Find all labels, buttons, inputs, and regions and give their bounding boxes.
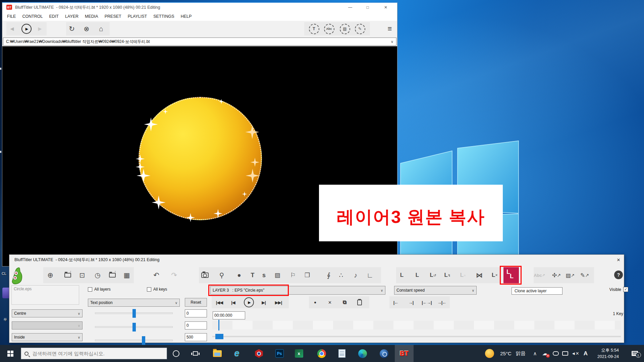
reset-button[interactable]: Reset (185, 298, 207, 307)
time-field[interactable] (213, 311, 245, 319)
prev-key-button[interactable]: |◀ (228, 296, 238, 308)
close-button[interactable]: ✕ (378, 3, 393, 12)
eps-layer-icon[interactable]: ⚐ (286, 267, 300, 283)
media-player-icon[interactable] (377, 345, 391, 362)
home-icon[interactable]: ⌂ (95, 22, 107, 36)
value-x-field[interactable] (185, 309, 207, 317)
slider-y[interactable] (95, 326, 173, 328)
next-key-button[interactable]: ▶| (259, 296, 269, 308)
pen-tool-icon[interactable]: ✎ (354, 22, 366, 36)
scrollbar-thumb[interactable] (215, 334, 223, 339)
abc-tool-icon[interactable]: Abc (323, 22, 335, 36)
open-media-icon[interactable] (106, 267, 119, 283)
layer-delete-icon[interactable]: L✕ (488, 267, 501, 283)
go-start-button[interactable]: |◀◀ (213, 296, 225, 308)
ime-indicator[interactable]: A (582, 345, 590, 362)
menu-edit[interactable]: EDIT (49, 14, 59, 19)
record-key-icon[interactable]: ● (310, 296, 320, 308)
position-mode-select[interactable]: Centre∨ (12, 309, 83, 317)
layer-file-box[interactable]: Circle.eps (11, 285, 79, 305)
desktop-icon-label[interactable]: 푸 (3, 317, 7, 322)
search-input[interactable] (32, 351, 163, 357)
display-icon[interactable] (561, 345, 570, 362)
chrome-icon[interactable] (315, 345, 328, 362)
redo-icon[interactable]: ↷ (167, 267, 181, 283)
cortana-icon[interactable] (169, 345, 183, 362)
node-arrows-icon[interactable]: ✣↗ (550, 267, 563, 283)
internet-explorer-icon[interactable]: e (230, 345, 244, 362)
paste-key-icon[interactable] (355, 296, 364, 308)
plot-layer-icon[interactable]: ∟ (363, 267, 377, 283)
action-center-icon[interactable]: 1 (629, 345, 641, 362)
go-end-button[interactable]: ▶▶| (272, 296, 285, 308)
menu-media[interactable]: MEDIA (85, 14, 98, 19)
menu-preset[interactable]: PRESET (105, 14, 121, 19)
add-layer-icon[interactable]: ⊕ (44, 267, 57, 283)
text-tool-icon[interactable]: T (308, 22, 320, 36)
forward-icon[interactable]: ► (34, 22, 46, 36)
menu-playlist[interactable]: PLAYLIST (128, 14, 147, 19)
layer-flash-icon[interactable]: L↯ (441, 267, 454, 283)
play-button[interactable]: ▶ (243, 296, 255, 308)
change-duration-icon[interactable]: ◷ (91, 267, 104, 283)
slider-z[interactable] (95, 340, 173, 341)
refresh-icon[interactable]: ↻ (66, 22, 78, 36)
slider-x[interactable] (95, 312, 173, 314)
stretch-keys-icon[interactable]: |←→| (421, 296, 433, 308)
menu-file[interactable]: FILE (7, 14, 16, 19)
light-layer-icon[interactable]: ⚲ (215, 267, 228, 283)
delete-key-icon[interactable]: ✕ (325, 296, 334, 308)
picture-arrows-icon[interactable]: ▨↗ (564, 267, 577, 283)
chevron-down-icon[interactable]: ∨ (391, 40, 393, 44)
task-view-icon[interactable] (188, 345, 203, 362)
model-layer-icon[interactable]: ❒ (301, 267, 314, 283)
camera-layer-icon[interactable] (198, 267, 212, 283)
onedrive-icon[interactable]: ☁✕ (540, 345, 550, 362)
border-mode-select[interactable]: Inside∨ (12, 333, 83, 341)
key-to-start-icon[interactable]: |← (391, 296, 400, 308)
layer-link-icon[interactable]: L○ (456, 267, 470, 283)
timeline-marker[interactable] (218, 320, 219, 330)
timeline-track[interactable] (212, 321, 621, 329)
menu-settings[interactable]: SETTINGS (153, 14, 174, 19)
title-bar[interactable]: BT BluffTitler ULTIMATE - 0924-보석테두리.bt … (2, 3, 397, 12)
photoshop-icon[interactable]: Ps (273, 345, 286, 362)
taskbar-search[interactable] (21, 348, 167, 359)
panel-close-icon[interactable]: ✕ (613, 256, 624, 264)
file-explorer-icon[interactable] (211, 345, 224, 362)
undo-icon[interactable]: ↶ (150, 267, 163, 283)
edge-icon[interactable] (356, 345, 369, 362)
media-viewer-icon[interactable] (252, 345, 266, 362)
menu-help[interactable]: HELP (181, 14, 192, 19)
value-z-field[interactable] (185, 333, 207, 341)
weather-sun-icon[interactable] (484, 345, 494, 362)
address-bar[interactable]: C:₩Users₩rae21₩Downloads₩blufftitler 작업자… (3, 38, 396, 46)
blufftitler-taskbar-icon[interactable]: BT (397, 345, 412, 362)
start-button[interactable] (0, 345, 21, 362)
capture-icon[interactable] (551, 345, 560, 362)
weather-desc[interactable]: 맑음 (514, 345, 527, 362)
value-y-field[interactable] (185, 321, 207, 329)
layer-rotate-icon[interactable]: L↺ (426, 267, 440, 283)
picture-tool-icon[interactable]: ▨ (339, 22, 351, 36)
compress-keys-icon[interactable]: →|← (436, 296, 447, 308)
all-layers-checkbox[interactable]: All layers (88, 287, 111, 292)
speed-select[interactable]: Constant speed∨ (394, 286, 477, 295)
pen-arrows-icon[interactable]: ✎↗ (578, 267, 591, 283)
attach-layer-icon[interactable]: ∮ (322, 267, 335, 283)
back-icon[interactable]: ◄ (6, 22, 18, 36)
excel-icon[interactable]: x (292, 345, 306, 362)
resize-show-icon[interactable]: ⊡ (75, 267, 89, 283)
minimize-button[interactable]: — (342, 3, 358, 12)
ink-layer-icon[interactable]: ● (232, 267, 246, 283)
key-to-end-icon[interactable]: →| (406, 296, 416, 308)
abc-arrows-icon[interactable]: Abc↗ (533, 267, 546, 283)
timeline-scrollbar[interactable] (212, 334, 621, 339)
hamburger-menu-icon[interactable]: ≡ (384, 22, 396, 36)
maximize-button[interactable]: □ (360, 3, 375, 12)
help-button[interactable]: ? (614, 270, 623, 279)
notepad-icon[interactable] (335, 345, 348, 362)
open-show-icon[interactable] (61, 267, 74, 283)
copy-key-icon[interactable]: ⧉ (340, 296, 349, 308)
desktop-icon-label[interactable]: CL (2, 272, 6, 276)
